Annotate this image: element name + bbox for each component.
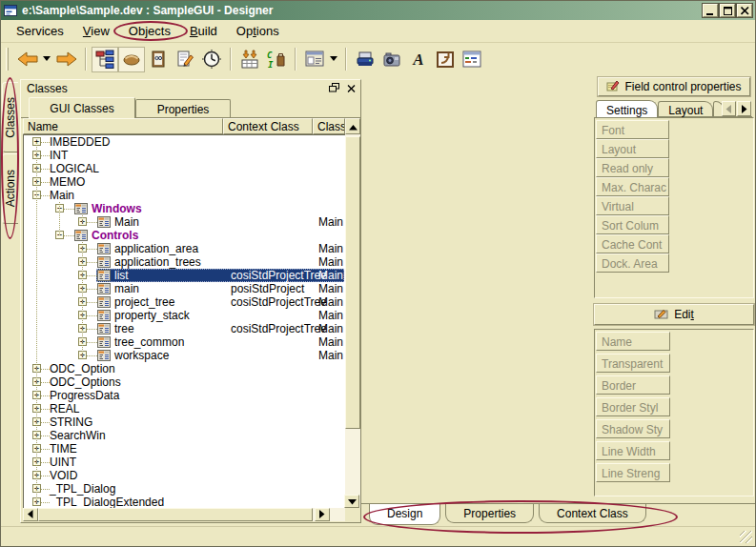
minimize-button[interactable] xyxy=(703,4,718,17)
scrollbar-left-button[interactable] xyxy=(23,508,38,521)
tree-row[interactable]: +workspaceMain xyxy=(24,349,345,362)
tree-row[interactable]: +VOID xyxy=(24,469,345,482)
tab-layout[interactable]: Layout xyxy=(658,101,713,116)
tree-row[interactable]: +project_treecosiStdProjectTreeMain xyxy=(24,295,345,309)
tab-scroll-right-button[interactable] xyxy=(737,101,751,116)
titlebar[interactable]: e:\Sample\Sample.dev : SampleGUI - Desig… xyxy=(1,1,755,20)
prop-button-sort-colum[interactable]: Sort Colum xyxy=(596,215,669,234)
tree-connector xyxy=(41,476,50,476)
prop-button-line-streng[interactable]: Line Streng xyxy=(596,463,670,482)
field-control-properties-button[interactable]: Field control properties xyxy=(598,77,750,96)
tree-row[interactable]: +LOGICAL xyxy=(24,162,345,175)
tree-row[interactable]: −Controls xyxy=(24,229,345,242)
maximize-button[interactable] xyxy=(720,4,735,17)
tree-row[interactable]: +mainposiStdProjectMain xyxy=(24,282,345,295)
bottom-tab-properties[interactable]: Properties xyxy=(445,504,534,523)
tree-row[interactable]: +REAL xyxy=(24,402,345,415)
toolbar-clock-button[interactable] xyxy=(198,47,225,72)
toolbar-class-interface-button[interactable]: CI xyxy=(263,47,290,72)
toolbar-history-dropdown-button[interactable] xyxy=(41,47,53,72)
scrollbar-right-button[interactable] xyxy=(315,508,330,521)
scrollbar-down-button[interactable] xyxy=(344,495,359,508)
column-header-context-class[interactable]: Context Class xyxy=(223,118,313,134)
close-panel-button[interactable] xyxy=(345,82,358,94)
menu-item-build[interactable]: Build xyxy=(180,21,227,41)
column-header-class[interactable]: Class xyxy=(313,118,345,134)
tree-row[interactable]: +MEMO xyxy=(24,175,345,189)
tab-properties[interactable]: Properties xyxy=(135,99,231,117)
menu-item-options[interactable]: Options xyxy=(227,21,289,41)
tree-row[interactable]: +ProgressData xyxy=(24,389,345,402)
prop-button-virtual[interactable]: Virtual xyxy=(596,196,669,215)
tree-row[interactable]: +SearchWin xyxy=(24,429,345,442)
prop-button-font[interactable]: Font xyxy=(596,120,669,139)
prop-button-line-width[interactable]: Line Width xyxy=(596,441,670,460)
tab-gui-classes[interactable]: GUI Classes xyxy=(29,97,135,118)
bottom-tab-design[interactable]: Design xyxy=(369,504,440,525)
prop-button-border[interactable]: Border xyxy=(596,375,670,395)
float-panel-button[interactable] xyxy=(328,82,340,94)
tree-row[interactable]: +treecosiStdProjectTreeMain xyxy=(24,322,345,335)
tree-row[interactable]: +_TPL_Dialog xyxy=(24,482,345,496)
toolbar-grip[interactable] xyxy=(6,48,9,71)
horizontal-scrollbar[interactable] xyxy=(23,508,345,521)
menu-item-view[interactable]: View xyxy=(73,21,119,41)
tree-row-label: project_tree xyxy=(114,295,174,309)
prop-button-cache-cont[interactable]: Cache Cont xyxy=(596,234,669,253)
prop-button-border-styl[interactable]: Border Styl xyxy=(596,397,670,416)
prop-button-shadow-sty[interactable]: Shadow Sty xyxy=(596,419,670,438)
tree-row[interactable]: +MainMain xyxy=(24,215,345,229)
prop-button-layout[interactable]: Layout xyxy=(596,139,669,158)
tree-row[interactable]: +application_treesMain xyxy=(24,255,345,269)
toolbar-class-tree-button[interactable] xyxy=(92,47,118,72)
toolbar-form-window-button[interactable] xyxy=(301,47,328,72)
tree-row[interactable]: +IMBEDDED xyxy=(24,135,345,149)
toolbar-edit-source-button[interactable] xyxy=(172,47,198,72)
scrollbar-thumb[interactable] xyxy=(345,136,360,429)
scrollbar-up-button[interactable] xyxy=(345,118,360,134)
tree-row[interactable]: +application_areaMain xyxy=(24,242,345,255)
prop-button-read-only[interactable]: Read only xyxy=(596,158,669,177)
scrollbar-thumb[interactable] xyxy=(38,508,313,521)
tree-row[interactable]: +TIME xyxy=(24,442,345,456)
resize-grip[interactable] xyxy=(740,531,752,543)
vertical-tab-actions[interactable]: Actions xyxy=(2,153,18,224)
vertical-tab-classes[interactable]: Classes xyxy=(2,82,18,152)
menu-item-objects[interactable]: Objects xyxy=(119,21,180,41)
bottom-tab-context-class[interactable]: Context Class xyxy=(539,504,646,523)
toolbar-back-arrow-button[interactable] xyxy=(14,47,41,72)
tree-row-label: UINT xyxy=(50,456,76,469)
prop-button-max-charac[interactable]: Max. Charac xyxy=(596,177,669,196)
tree-row[interactable]: −Windows xyxy=(24,202,345,215)
menu-item-services[interactable]: Services xyxy=(7,21,73,41)
column-header-name[interactable]: Name xyxy=(23,118,223,134)
tab-scroll-left-button[interactable] xyxy=(722,101,736,116)
tab-settings[interactable]: Settings xyxy=(596,100,658,117)
toolbar-forward-arrow-button[interactable] xyxy=(53,47,80,72)
edit-button[interactable]: Edit xyxy=(594,304,754,325)
tree-row[interactable]: +INT xyxy=(24,149,345,162)
prop-button-dock-area[interactable]: Dock. Area xyxy=(596,253,669,273)
tree-row[interactable]: +_TPL_DialogExtended xyxy=(24,496,345,508)
tree-row[interactable]: +tree_commonMain xyxy=(24,335,345,349)
toolbar-picture-button[interactable] xyxy=(432,47,459,72)
toolbar-library-book-button[interactable] xyxy=(145,47,172,72)
toolbar-printer-button[interactable] xyxy=(352,47,378,72)
prop-button-name[interactable]: Name xyxy=(596,332,670,351)
tree-row[interactable]: +property_stackMain xyxy=(24,309,345,322)
toolbar-window-elements-button[interactable] xyxy=(459,47,485,72)
tree-row[interactable]: +listcosiStdProjectTreeMain xyxy=(24,269,345,282)
toolbar-font-button[interactable]: A xyxy=(405,47,432,72)
toolbar-design-object-button[interactable] xyxy=(118,47,145,72)
toolbar-form-dropdown-button[interactable] xyxy=(328,47,340,72)
prop-button-transparent[interactable]: Transparent xyxy=(596,354,670,373)
toolbar-import-table-button[interactable] xyxy=(236,47,263,72)
tree-row[interactable]: +ODC_Options xyxy=(24,375,345,389)
tree-row[interactable]: +STRING xyxy=(24,415,345,429)
tree-row[interactable]: +UINT xyxy=(24,456,345,469)
tree-row[interactable]: +ODC_Option xyxy=(24,362,345,375)
toolbar-camera-button[interactable] xyxy=(378,47,405,72)
tree-row[interactable]: −Main xyxy=(24,189,345,202)
close-button[interactable] xyxy=(737,4,752,17)
vertical-scrollbar[interactable] xyxy=(345,134,360,508)
